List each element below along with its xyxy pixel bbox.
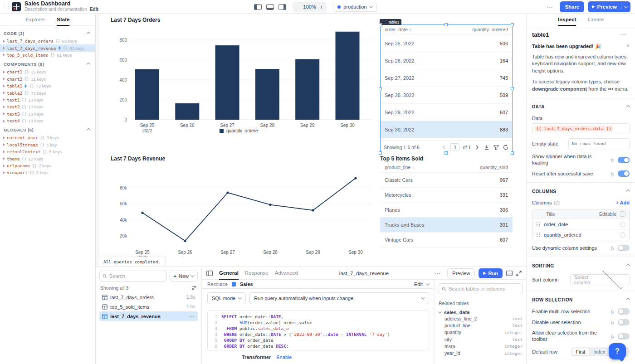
canvas-scrollbar[interactable] [96,14,99,267]
query-item-last_7_days_revenue[interactable]: last_7_days_revenue⋯ [99,311,198,321]
sql-code[interactable]: SELECT order_date::DATE, SUM(order_value… [220,311,429,350]
app-grip-icon[interactable]: ⋮⋮ [2,4,10,10]
fx-icon[interactable]: fx [611,246,614,251]
expand-arrow-icon[interactable] [3,78,5,80]
close-icon[interactable]: × [626,44,630,48]
data-expression-input[interactable]: {{ last_7_days_orders.data }} [532,123,630,134]
schema-column-msrp[interactable]: msrpinteger [439,343,523,349]
zoom-in-button[interactable]: + [320,4,323,10]
section-sorting[interactable]: SORTING [532,262,630,270]
sort-column-select[interactable]: Select column [570,274,630,285]
resource-edit-link[interactable]: Edit [414,281,423,287]
expand-arrow-icon[interactable] [3,143,5,146]
toggle-bottom-panel-icon[interactable] [266,4,274,10]
canvas[interactable]: Last 7 Days Orders 0200400600800Sep 2520… [96,14,526,267]
text1-label[interactable]: Last 7 Days Orders [111,17,160,23]
toggle-reset-after-successful-save[interactable] [618,170,630,177]
column-header-quantity_ordered[interactable]: quantity_ordered [446,27,508,32]
drag-handle-icon[interactable] [536,222,541,227]
drag-handle-icon[interactable] [536,233,541,237]
expand-arrow-icon[interactable] [3,150,5,153]
help-button[interactable]: ? [609,343,626,359]
column-header-product_line[interactable]: product_line↑ [385,165,446,170]
expand-icon[interactable] [516,271,522,276]
query-preview-button[interactable]: Preview [447,268,475,278]
preview-button[interactable]: ▶Preview [588,1,630,12]
sql-editor[interactable]: 123456 SELECT order_date::DATE, SUM(orde… [207,311,429,350]
expand-arrow-icon[interactable] [3,171,5,174]
expand-arrow-icon[interactable] [3,120,5,122]
page-number-input[interactable]: 1 [450,143,459,151]
schema-search-input[interactable] [449,286,519,291]
tab-inspect[interactable]: Inspect [558,14,576,26]
table-row[interactable]: Sep 25, 2022506 [380,35,513,52]
column-header-quantity_sold[interactable]: quantity_sold [446,165,508,170]
text4-label[interactable]: Top 5 Items Sold [380,155,423,162]
tree-item-viewport[interactable]: viewport{}2 keys [0,169,95,176]
toggle-left-panel-icon[interactable] [254,4,262,10]
empty-state-input[interactable]: No rows found [568,138,630,149]
tab-create[interactable]: Create [588,14,604,26]
table-row[interactable]: Sep 29, 2022607 [380,104,513,121]
tree-item-retoolContext[interactable]: retoolContext{}6 keys [0,148,95,155]
toggle-use-dynamic-column-settings[interactable] [618,245,630,251]
tree-item-chart2[interactable]: chart2{}31 keys [0,76,95,83]
expand-arrow-icon[interactable] [3,47,5,49]
table-row[interactable]: Motorcycles331 [380,188,513,203]
fx-icon[interactable]: fx [611,309,614,314]
zoom-out-button[interactable]: − [296,4,300,10]
page-previous-icon[interactable] [441,144,447,150]
tree-item-table2[interactable]: table2{}73 keys [0,89,95,96]
tree-section-header[interactable]: GLOBALS (6) [0,124,95,134]
edit-description-link[interactable]: Edit [90,7,98,12]
filter-settings-icon[interactable] [191,285,197,291]
table-row[interactable]: Trucks and Buses301 [380,218,513,233]
sql-mode-select[interactable]: SQL mode [207,292,246,304]
tree-item-chart1[interactable]: chart1{}35 keys [0,68,95,75]
add-column-button[interactable]: + Add [616,200,630,205]
table-row[interactable]: Vintage Cars607 [380,233,513,248]
query-run-button[interactable]: ▶Run [479,268,503,278]
schema-column-city[interactable]: citytext [439,336,523,343]
tree-item-top_5_sold_items[interactable]: top_5_sold_items{}61 keys [0,52,95,58]
share-button[interactable]: Share [560,1,584,12]
fx-icon[interactable]: fx [611,320,614,325]
tree-item-current_user[interactable]: current_user{}9 keys [0,134,95,141]
table-row[interactable]: Sep 30, 2022883 [380,121,513,138]
inspector-column-quantity_ordered[interactable]: quantity_ordered [532,229,629,240]
collapse-sidebar-icon[interactable] [206,271,213,276]
chevron-down-icon[interactable] [426,281,430,285]
transformer-enable-link[interactable]: Enable [276,354,292,360]
table-row[interactable]: Sep 26, 2022164 [380,52,513,69]
tree-item-text4[interactable]: text4{}13 keys [0,117,95,124]
section-data[interactable]: DATA [532,103,630,111]
tree-item-urlparams[interactable]: urlparams{}2 keys [0,162,95,169]
tree-item-last_7_days_revenue[interactable]: last_7_days_revenue{}61 keys [0,44,95,51]
chart1-bar-chart[interactable]: 0200400600800Sep 252022Sep 26Sep 27Sep 2… [108,24,376,153]
table-row[interactable]: Sep 28, 2022509 [380,87,513,104]
resource-name[interactable]: Sales [240,281,253,287]
table-row[interactable]: Sep 27, 2022745 [380,69,513,87]
download-icon[interactable] [484,144,490,150]
tree-item-text1[interactable]: text1{}13 keys [0,97,95,103]
segment-first[interactable]: First [572,348,589,355]
toggle-enable-multi-row-selection[interactable] [618,308,630,315]
tree-section-header[interactable]: COMPONENTS (8) [0,58,95,68]
tab-response[interactable]: Response [245,267,269,280]
refresh-icon[interactable] [503,144,509,150]
filter-icon[interactable] [493,144,499,150]
fx-icon[interactable]: fx [611,157,614,162]
tab-advanced[interactable]: Advanced [275,267,298,280]
tab-state[interactable]: State [57,14,69,26]
chart2-line-chart[interactable]: 20k40k60k80kSep 252022Sep 26Sep 27Sep 28… [108,162,376,267]
page-next-icon[interactable] [474,144,480,150]
tree-item-table1[interactable]: table1{}73 keys [0,83,95,89]
column-header-order_date[interactable]: order_date↑ [385,27,446,32]
expand-arrow-icon[interactable] [3,165,5,167]
toggle-disable-user-selection[interactable] [618,319,630,325]
component-more-button[interactable]: ⋯ [617,31,630,38]
schema-column-address_line_2[interactable]: address_line_2text [439,315,523,322]
text3-label[interactable]: Last 7 Days Revenue [111,155,165,162]
schema-column-year_id[interactable]: year_idinteger [439,349,523,356]
table-row[interactable]: Classic Cars967 [380,173,513,188]
